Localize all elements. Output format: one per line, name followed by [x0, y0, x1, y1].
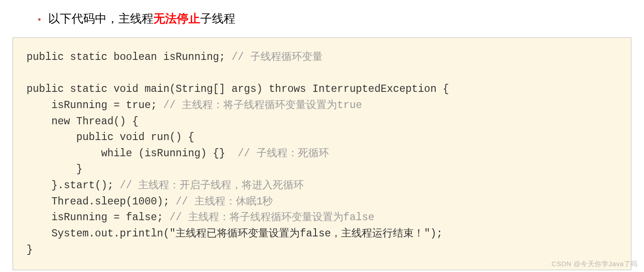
- bullet-highlight: 无法停止: [153, 12, 200, 25]
- code-comment-9: // 主线程：开启子线程，将进入死循环: [120, 180, 304, 191]
- code-line-3: public static void main(String[] args) t…: [27, 83, 449, 95]
- code-block: public static boolean isRunning; // 子线程循…: [13, 37, 631, 270]
- code-comment-4: // 主线程：将子线程循环变量设置为true: [163, 100, 362, 111]
- bullet-prefix: 以下代码中，主线程: [48, 12, 153, 25]
- code-line-5: new Thread() {: [27, 116, 138, 127]
- code-line-12: System.out.println("主线程已将循环变量设置为false，主线…: [27, 228, 443, 240]
- code-line-6: public void run() {: [27, 131, 194, 143]
- bullet-dot-icon: •: [38, 15, 41, 24]
- code-line-8: }: [27, 163, 82, 175]
- bullet-text: 以下代码中，主线程无法停止子线程: [48, 11, 235, 27]
- code-comment-7: // 子线程：死循环: [238, 148, 329, 159]
- code-line-13: }: [27, 244, 33, 256]
- code-line-11: isRunning = false;: [27, 212, 169, 223]
- code-comment-10: // 主线程：休眠1秒: [176, 196, 273, 208]
- watermark: CSDN @今天你学Java了吗: [551, 260, 638, 268]
- code-line-9: }.start();: [27, 180, 120, 191]
- code-comment-1: // 子线程循环变量: [231, 51, 322, 63]
- bullet-suffix: 子线程: [200, 12, 235, 25]
- code-line-10: Thread.sleep(1000);: [27, 196, 176, 208]
- code-line-1: public static boolean isRunning;: [27, 51, 231, 63]
- code-comment-11: // 主线程：将子线程循环变量设置为false: [169, 212, 374, 223]
- code-line-4: isRunning = true;: [27, 100, 163, 111]
- code-line-7: while (isRunning) {}: [27, 148, 238, 159]
- bullet-point: • 以下代码中，主线程无法停止子线程: [38, 11, 644, 27]
